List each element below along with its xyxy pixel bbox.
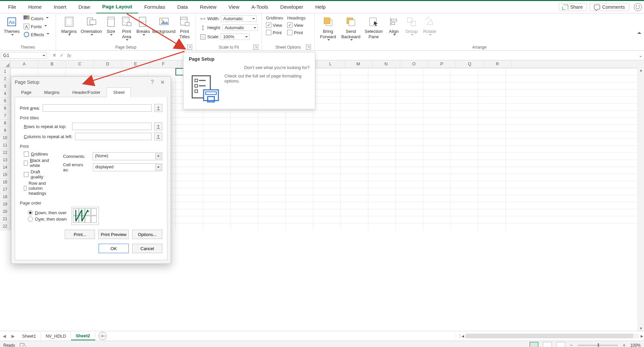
gridlines-view-check[interactable]: ✓View (265, 22, 284, 28)
vertical-scrollbar[interactable]: ▲▼ (638, 68, 644, 331)
col-header[interactable]: E (122, 60, 150, 68)
tab-file[interactable]: File (2, 1, 22, 13)
gridlines-check[interactable]: Gridlines (24, 152, 53, 157)
themes-button[interactable]: Aa Themes (3, 15, 21, 38)
size-button[interactable]: Size (104, 15, 118, 38)
tab-review[interactable]: Review (194, 1, 222, 13)
name-box[interactable]: G1 (1, 52, 47, 59)
sheet-tab-2[interactable]: NV_HDLD (41, 332, 71, 340)
row-header[interactable]: 17 (0, 186, 10, 193)
sheet-tab-1[interactable]: Sheet1 (17, 332, 41, 340)
rows-repeat-range-button[interactable] (154, 122, 162, 130)
row-header[interactable]: 5 (0, 98, 10, 105)
send-backward-button[interactable]: Send Backward (340, 15, 362, 43)
tab-data[interactable]: Data (171, 1, 194, 13)
page-break-view-button[interactable] (556, 342, 565, 347)
select-all-corner[interactable] (0, 60, 10, 68)
row-header[interactable]: 1 (0, 68, 10, 75)
fonts-button[interactable]: AFonts (22, 23, 51, 30)
col-header[interactable]: C (66, 60, 94, 68)
bring-forward-button[interactable]: Bring Forward (317, 15, 339, 43)
colors-button[interactable]: Colors (22, 15, 51, 22)
tab-help[interactable]: Help (309, 1, 332, 13)
selection-pane-button[interactable]: Selection Pane (363, 15, 384, 41)
dialog-tab-margins[interactable]: Margins (38, 88, 66, 97)
row-header[interactable]: 18 (0, 193, 10, 201)
page-layout-view-button[interactable] (543, 342, 552, 347)
over-then-down-radio[interactable]: Over, then down (28, 217, 67, 222)
draft-quality-check[interactable]: Draft quality (24, 169, 53, 179)
comments-button[interactable]: Comments (590, 3, 629, 11)
scale-launcher[interactable]: ↘ (253, 45, 258, 50)
col-header[interactable]: F (150, 60, 177, 68)
tab-atools[interactable]: A-Tools (246, 1, 274, 13)
row-header[interactable]: 20 (0, 208, 10, 216)
height-combo[interactable]: Automatic (222, 24, 258, 31)
tab-draw[interactable]: Draw (72, 1, 96, 13)
row-header[interactable]: 13 (0, 157, 10, 164)
horizontal-scrollbar[interactable]: ⋮ ◀▶ (456, 333, 644, 339)
row-header[interactable]: 11 (0, 142, 10, 149)
headings-print-check[interactable]: Print (286, 29, 307, 36)
row-header[interactable]: 8 (0, 120, 10, 127)
comments-select[interactable]: (None) (93, 152, 162, 160)
sheet-tab-3[interactable]: Sheet2 (71, 332, 95, 340)
cancel-button[interactable]: Cancel (132, 244, 162, 253)
collapse-ribbon-icon[interactable] (637, 30, 641, 34)
expand-formula-bar-icon[interactable]: ⌄ (637, 53, 644, 58)
row-header[interactable]: 14 (0, 164, 10, 171)
tab-formulas[interactable]: Formulas (138, 1, 171, 13)
zoom-level[interactable]: 100% (630, 343, 641, 347)
row-header[interactable]: 10 (0, 134, 10, 142)
col-header[interactable]: R (484, 60, 512, 68)
col-header[interactable]: P (428, 60, 456, 68)
row-header[interactable]: 22 (0, 223, 10, 230)
cols-repeat-input[interactable] (75, 133, 152, 140)
zoom-slider[interactable] (578, 345, 618, 346)
headings-view-check[interactable]: ✓View (286, 22, 307, 28)
gridlines-print-check[interactable]: Print (265, 29, 284, 36)
row-header[interactable]: 3 (0, 83, 10, 90)
down-then-over-radio[interactable]: Down, then over (28, 210, 67, 215)
print-area-button[interactable]: Print Area (118, 15, 135, 43)
cols-repeat-range-button[interactable] (154, 132, 162, 140)
background-button[interactable]: Background (152, 15, 176, 36)
print-preview-button[interactable]: Print Preview (98, 230, 129, 239)
row-col-headings-check[interactable]: Row and column headings (24, 181, 53, 196)
print-titles-button[interactable]: Print Titles (176, 15, 193, 41)
rows-repeat-input[interactable] (72, 123, 152, 130)
tab-page-layout[interactable]: Page Layout (96, 1, 138, 14)
print-button[interactable]: Print... (65, 230, 95, 239)
sheet-nav-prev[interactable]: ◀ (0, 334, 9, 339)
col-header[interactable]: M (344, 60, 372, 68)
row-header[interactable]: 9 (0, 127, 10, 134)
align-button[interactable]: Align (386, 15, 402, 38)
cell-errors-select[interactable]: displayed (93, 163, 162, 171)
row-header[interactable]: 7 (0, 112, 10, 120)
feedback-icon[interactable] (634, 3, 642, 11)
macro-recorder-icon[interactable] (20, 343, 26, 347)
row-header[interactable]: 15 (0, 171, 10, 179)
dialog-tab-sheet[interactable]: Sheet (107, 88, 131, 97)
tab-developer[interactable]: Developer (274, 1, 309, 13)
zoom-in-button[interactable]: + (623, 342, 626, 347)
effects-button[interactable]: Effects (22, 31, 51, 38)
sheet-options-launcher[interactable]: ↘ (306, 45, 311, 50)
zoom-out-button[interactable]: − (570, 342, 573, 347)
cancel-icon[interactable]: ✕ (51, 52, 58, 58)
normal-view-button[interactable] (530, 342, 538, 347)
row-header[interactable]: 16 (0, 179, 10, 186)
tab-home[interactable]: Home (22, 1, 48, 13)
row-header[interactable]: 4 (0, 90, 10, 98)
page-setup-launcher[interactable]: ↘ (187, 45, 192, 50)
add-sheet-button[interactable] (99, 332, 107, 340)
row-header[interactable]: 21 (0, 216, 10, 223)
sheet-nav-next[interactable]: ▶ (9, 334, 17, 339)
fx-icon[interactable]: fx (65, 53, 73, 58)
black-white-check[interactable]: Black and white (24, 158, 53, 168)
orientation-button[interactable]: Orientation (79, 15, 104, 38)
col-header[interactable]: B (38, 60, 66, 68)
ok-button[interactable]: OK (99, 244, 129, 253)
row-header[interactable]: 2 (0, 75, 10, 83)
dialog-tab-page[interactable]: Page (15, 88, 38, 97)
